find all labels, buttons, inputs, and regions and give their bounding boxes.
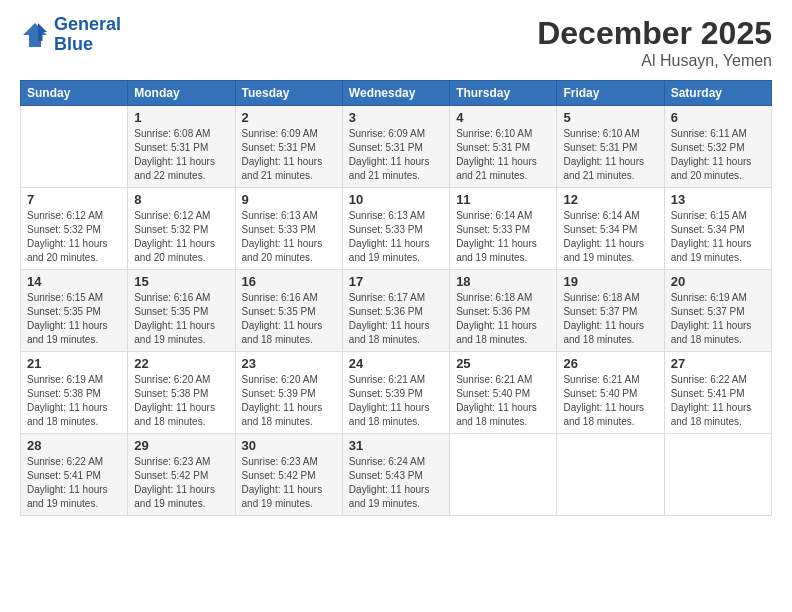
calendar-cell: 5Sunrise: 6:10 AMSunset: 5:31 PMDaylight… <box>557 106 664 188</box>
calendar-cell: 2Sunrise: 6:09 AMSunset: 5:31 PMDaylight… <box>235 106 342 188</box>
day-number: 10 <box>349 192 443 207</box>
logo-text: General Blue <box>54 15 121 55</box>
day-info: Sunrise: 6:21 AMSunset: 5:39 PMDaylight:… <box>349 373 443 429</box>
day-info: Sunrise: 6:13 AMSunset: 5:33 PMDaylight:… <box>242 209 336 265</box>
col-saturday: Saturday <box>664 81 771 106</box>
calendar-cell: 17Sunrise: 6:17 AMSunset: 5:36 PMDayligh… <box>342 270 449 352</box>
calendar-cell: 1Sunrise: 6:08 AMSunset: 5:31 PMDaylight… <box>128 106 235 188</box>
calendar-cell: 23Sunrise: 6:20 AMSunset: 5:39 PMDayligh… <box>235 352 342 434</box>
day-number: 13 <box>671 192 765 207</box>
calendar-cell: 20Sunrise: 6:19 AMSunset: 5:37 PMDayligh… <box>664 270 771 352</box>
day-info: Sunrise: 6:19 AMSunset: 5:38 PMDaylight:… <box>27 373 121 429</box>
logo: General Blue <box>20 15 121 55</box>
day-number: 17 <box>349 274 443 289</box>
day-info: Sunrise: 6:24 AMSunset: 5:43 PMDaylight:… <box>349 455 443 511</box>
day-number: 23 <box>242 356 336 371</box>
calendar-cell: 18Sunrise: 6:18 AMSunset: 5:36 PMDayligh… <box>450 270 557 352</box>
col-friday: Friday <box>557 81 664 106</box>
calendar-cell: 7Sunrise: 6:12 AMSunset: 5:32 PMDaylight… <box>21 188 128 270</box>
calendar-cell: 12Sunrise: 6:14 AMSunset: 5:34 PMDayligh… <box>557 188 664 270</box>
day-number: 25 <box>456 356 550 371</box>
day-number: 27 <box>671 356 765 371</box>
day-number: 26 <box>563 356 657 371</box>
calendar-cell: 28Sunrise: 6:22 AMSunset: 5:41 PMDayligh… <box>21 434 128 516</box>
day-info: Sunrise: 6:09 AMSunset: 5:31 PMDaylight:… <box>349 127 443 183</box>
title-section: December 2025 Al Husayn, Yemen <box>537 15 772 70</box>
day-info: Sunrise: 6:19 AMSunset: 5:37 PMDaylight:… <box>671 291 765 347</box>
calendar-table: Sunday Monday Tuesday Wednesday Thursday… <box>20 80 772 516</box>
calendar-cell: 13Sunrise: 6:15 AMSunset: 5:34 PMDayligh… <box>664 188 771 270</box>
day-info: Sunrise: 6:10 AMSunset: 5:31 PMDaylight:… <box>456 127 550 183</box>
day-info: Sunrise: 6:12 AMSunset: 5:32 PMDaylight:… <box>134 209 228 265</box>
col-tuesday: Tuesday <box>235 81 342 106</box>
calendar-cell <box>450 434 557 516</box>
col-wednesday: Wednesday <box>342 81 449 106</box>
day-info: Sunrise: 6:11 AMSunset: 5:32 PMDaylight:… <box>671 127 765 183</box>
day-info: Sunrise: 6:20 AMSunset: 5:38 PMDaylight:… <box>134 373 228 429</box>
day-info: Sunrise: 6:15 AMSunset: 5:35 PMDaylight:… <box>27 291 121 347</box>
day-info: Sunrise: 6:22 AMSunset: 5:41 PMDaylight:… <box>27 455 121 511</box>
day-number: 28 <box>27 438 121 453</box>
calendar-cell <box>557 434 664 516</box>
day-info: Sunrise: 6:12 AMSunset: 5:32 PMDaylight:… <box>27 209 121 265</box>
calendar-cell: 30Sunrise: 6:23 AMSunset: 5:42 PMDayligh… <box>235 434 342 516</box>
calendar-cell: 27Sunrise: 6:22 AMSunset: 5:41 PMDayligh… <box>664 352 771 434</box>
calendar-cell: 4Sunrise: 6:10 AMSunset: 5:31 PMDaylight… <box>450 106 557 188</box>
day-info: Sunrise: 6:08 AMSunset: 5:31 PMDaylight:… <box>134 127 228 183</box>
calendar-body: 1Sunrise: 6:08 AMSunset: 5:31 PMDaylight… <box>21 106 772 516</box>
calendar-cell: 15Sunrise: 6:16 AMSunset: 5:35 PMDayligh… <box>128 270 235 352</box>
day-info: Sunrise: 6:16 AMSunset: 5:35 PMDaylight:… <box>134 291 228 347</box>
calendar-cell: 11Sunrise: 6:14 AMSunset: 5:33 PMDayligh… <box>450 188 557 270</box>
day-number: 7 <box>27 192 121 207</box>
day-info: Sunrise: 6:23 AMSunset: 5:42 PMDaylight:… <box>134 455 228 511</box>
col-monday: Monday <box>128 81 235 106</box>
calendar-cell: 31Sunrise: 6:24 AMSunset: 5:43 PMDayligh… <box>342 434 449 516</box>
day-info: Sunrise: 6:18 AMSunset: 5:37 PMDaylight:… <box>563 291 657 347</box>
day-number: 11 <box>456 192 550 207</box>
day-info: Sunrise: 6:17 AMSunset: 5:36 PMDaylight:… <box>349 291 443 347</box>
day-info: Sunrise: 6:14 AMSunset: 5:34 PMDaylight:… <box>563 209 657 265</box>
day-number: 9 <box>242 192 336 207</box>
week-row-3: 21Sunrise: 6:19 AMSunset: 5:38 PMDayligh… <box>21 352 772 434</box>
calendar-cell: 22Sunrise: 6:20 AMSunset: 5:38 PMDayligh… <box>128 352 235 434</box>
calendar-cell: 16Sunrise: 6:16 AMSunset: 5:35 PMDayligh… <box>235 270 342 352</box>
day-number: 4 <box>456 110 550 125</box>
svg-marker-0 <box>23 23 47 47</box>
week-row-4: 28Sunrise: 6:22 AMSunset: 5:41 PMDayligh… <box>21 434 772 516</box>
day-number: 8 <box>134 192 228 207</box>
calendar-cell: 24Sunrise: 6:21 AMSunset: 5:39 PMDayligh… <box>342 352 449 434</box>
calendar-cell: 25Sunrise: 6:21 AMSunset: 5:40 PMDayligh… <box>450 352 557 434</box>
day-number: 1 <box>134 110 228 125</box>
week-row-0: 1Sunrise: 6:08 AMSunset: 5:31 PMDaylight… <box>21 106 772 188</box>
calendar-cell: 9Sunrise: 6:13 AMSunset: 5:33 PMDaylight… <box>235 188 342 270</box>
page: General Blue December 2025 Al Husayn, Ye… <box>0 0 792 612</box>
month-title: December 2025 <box>537 15 772 52</box>
day-number: 30 <box>242 438 336 453</box>
day-number: 29 <box>134 438 228 453</box>
day-info: Sunrise: 6:09 AMSunset: 5:31 PMDaylight:… <box>242 127 336 183</box>
weekday-row: Sunday Monday Tuesday Wednesday Thursday… <box>21 81 772 106</box>
day-info: Sunrise: 6:14 AMSunset: 5:33 PMDaylight:… <box>456 209 550 265</box>
header: General Blue December 2025 Al Husayn, Ye… <box>20 15 772 70</box>
week-row-1: 7Sunrise: 6:12 AMSunset: 5:32 PMDaylight… <box>21 188 772 270</box>
calendar-cell: 29Sunrise: 6:23 AMSunset: 5:42 PMDayligh… <box>128 434 235 516</box>
day-number: 31 <box>349 438 443 453</box>
day-info: Sunrise: 6:18 AMSunset: 5:36 PMDaylight:… <box>456 291 550 347</box>
day-info: Sunrise: 6:10 AMSunset: 5:31 PMDaylight:… <box>563 127 657 183</box>
calendar-cell: 6Sunrise: 6:11 AMSunset: 5:32 PMDaylight… <box>664 106 771 188</box>
calendar-cell: 26Sunrise: 6:21 AMSunset: 5:40 PMDayligh… <box>557 352 664 434</box>
day-number: 24 <box>349 356 443 371</box>
day-number: 18 <box>456 274 550 289</box>
day-info: Sunrise: 6:13 AMSunset: 5:33 PMDaylight:… <box>349 209 443 265</box>
day-info: Sunrise: 6:21 AMSunset: 5:40 PMDaylight:… <box>563 373 657 429</box>
day-info: Sunrise: 6:23 AMSunset: 5:42 PMDaylight:… <box>242 455 336 511</box>
day-number: 16 <box>242 274 336 289</box>
day-number: 20 <box>671 274 765 289</box>
calendar-cell: 8Sunrise: 6:12 AMSunset: 5:32 PMDaylight… <box>128 188 235 270</box>
calendar-cell: 19Sunrise: 6:18 AMSunset: 5:37 PMDayligh… <box>557 270 664 352</box>
day-info: Sunrise: 6:20 AMSunset: 5:39 PMDaylight:… <box>242 373 336 429</box>
day-info: Sunrise: 6:21 AMSunset: 5:40 PMDaylight:… <box>456 373 550 429</box>
calendar-cell: 14Sunrise: 6:15 AMSunset: 5:35 PMDayligh… <box>21 270 128 352</box>
day-number: 22 <box>134 356 228 371</box>
day-number: 12 <box>563 192 657 207</box>
